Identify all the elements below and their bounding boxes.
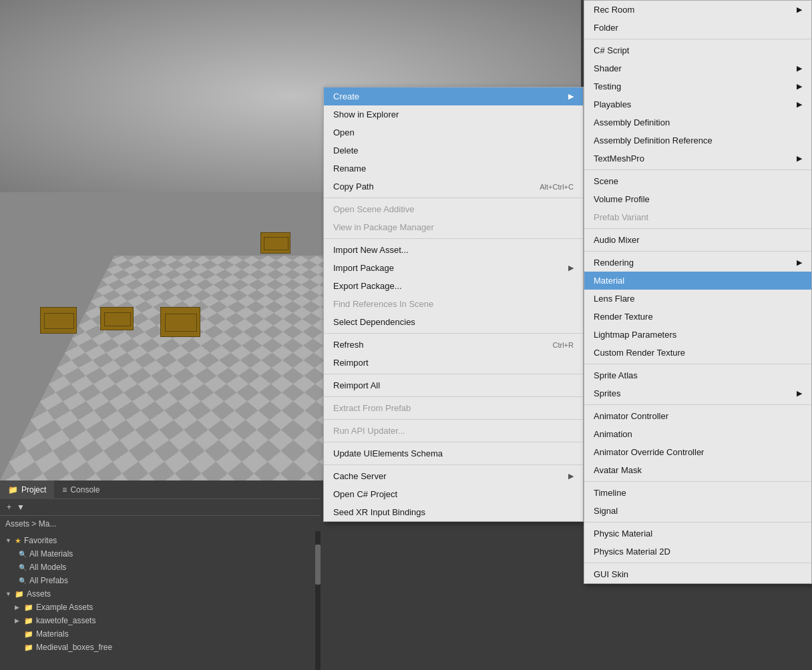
- ctx-cache-server-arrow: ▶: [568, 472, 574, 480]
- right-item-shader[interactable]: Shader ▶: [584, 59, 811, 77]
- right-item-material[interactable]: Material: [584, 272, 811, 290]
- tree-item-materials[interactable]: ▶ 📁 Materials: [0, 627, 315, 641]
- right-item-signal[interactable]: Signal: [584, 502, 811, 520]
- ctx-item-show-explorer[interactable]: Show in Explorer: [324, 105, 583, 123]
- right-item-custom-render-texture[interactable]: Custom Render Texture: [584, 344, 811, 362]
- ctx-view-package-label: View in Package Manager: [333, 222, 434, 232]
- right-separator-9: [584, 563, 811, 563]
- right-assembly-def-label: Assembly Definition: [594, 117, 670, 127]
- crate-object: [160, 307, 200, 337]
- ctx-item-reimport[interactable]: Reimport: [324, 354, 583, 372]
- right-timeline-label: Timeline: [594, 488, 626, 498]
- right-lightmap-params-label: Lightmap Parameters: [594, 330, 676, 340]
- right-item-animator-override[interactable]: Animator Override Controller: [584, 443, 811, 461]
- ctx-item-import-package[interactable]: Import Package ▶: [324, 259, 583, 277]
- right-item-assembly-def[interactable]: Assembly Definition: [584, 113, 811, 131]
- right-item-sprite-atlas[interactable]: Sprite Atlas: [584, 366, 811, 384]
- right-avatar-mask-label: Avatar Mask: [594, 465, 642, 475]
- right-item-lens-flare[interactable]: Lens Flare: [584, 290, 811, 308]
- ctx-item-open[interactable]: Open: [324, 123, 583, 141]
- ctx-item-select-deps[interactable]: Select Dependencies: [324, 313, 583, 331]
- ctx-extract-prefab-label: Extract From Prefab: [333, 403, 411, 413]
- tree-item-all-models[interactable]: 🔍 All Models: [0, 561, 315, 574]
- ctx-item-delete[interactable]: Delete: [324, 141, 583, 159]
- search-icon: 🔍: [19, 551, 27, 558]
- right-item-testing[interactable]: Testing ▶: [584, 77, 811, 95]
- right-playables-label: Playables: [594, 99, 631, 109]
- ctx-open-scene-label: Open Scene Additive: [333, 204, 414, 214]
- right-signal-label: Signal: [594, 506, 618, 516]
- right-item-gui-skin[interactable]: GUI Skin: [584, 565, 811, 583]
- right-separator-3: [584, 228, 811, 229]
- search-icon: 🔍: [19, 564, 27, 571]
- ctx-run-api-label: Run API Updater...: [333, 426, 405, 436]
- favorites-group[interactable]: ▼ ★ Favorites: [0, 534, 315, 547]
- right-rendering-label: Rendering: [594, 258, 634, 268]
- tab-project[interactable]: 📁 Project: [0, 480, 54, 499]
- tab-console[interactable]: ≡ Console: [54, 480, 108, 499]
- right-item-assembly-def-ref[interactable]: Assembly Definition Reference: [584, 131, 811, 149]
- right-item-avatar-mask[interactable]: Avatar Mask: [584, 461, 811, 479]
- assets-arrow: ▼: [5, 591, 13, 597]
- ctx-item-export-package[interactable]: Export Package...: [324, 277, 583, 295]
- right-item-physics-material-2d[interactable]: Physics Material 2D: [584, 543, 811, 561]
- right-item-timeline[interactable]: Timeline: [584, 484, 811, 502]
- ctx-item-refresh[interactable]: Refresh Ctrl+R: [324, 336, 583, 354]
- right-item-sprites[interactable]: Sprites ▶: [584, 384, 811, 402]
- tree-item-all-materials[interactable]: 🔍 All Materials: [0, 547, 315, 561]
- tree-item-kawetofe[interactable]: ▶ 📁 kawetofe_assets: [0, 614, 315, 627]
- right-textmeshpro-arrow: ▶: [797, 154, 802, 163]
- tree-item-example-assets[interactable]: ▶ 📁 Example Assets: [0, 601, 315, 614]
- favorites-label: Favorites: [24, 536, 57, 545]
- right-shader-arrow: ▶: [797, 64, 802, 73]
- right-material-label: Material: [594, 276, 624, 286]
- ctx-reimport-label: Reimport: [333, 358, 369, 368]
- right-item-rec-room[interactable]: Rec Room ▶: [584, 1, 811, 19]
- ctx-item-copy-path[interactable]: Copy Path Alt+Ctrl+C: [324, 178, 583, 196]
- ctx-item-rename[interactable]: Rename: [324, 159, 583, 178]
- tree-scrollbar[interactable]: [315, 531, 321, 670]
- ctx-item-seed-xr[interactable]: Seed XR Input Bindings: [324, 503, 583, 521]
- right-item-csharp-script[interactable]: C# Script: [584, 41, 811, 59]
- right-item-audio-mixer[interactable]: Audio Mixer: [584, 231, 811, 249]
- panel-content: ▼ ★ Favorites 🔍 All Materials 🔍 All Mode…: [0, 531, 321, 670]
- ctx-item-extract-prefab: Extract From Prefab: [324, 399, 583, 417]
- right-item-playables[interactable]: Playables ▶: [584, 95, 811, 113]
- right-separator-7: [584, 481, 811, 482]
- ctx-item-cache-server[interactable]: Cache Server ▶: [324, 467, 583, 485]
- ctx-separator-8: [324, 464, 583, 465]
- right-item-volume-profile[interactable]: Volume Profile: [584, 190, 811, 208]
- materials-folder-icon: 📁: [24, 630, 33, 639]
- dropdown-button[interactable]: ▼: [14, 501, 27, 513]
- right-item-scene[interactable]: Scene: [584, 172, 811, 190]
- right-item-rendering[interactable]: Rendering ▶: [584, 254, 811, 272]
- right-item-physic-material[interactable]: Physic Material: [584, 525, 811, 543]
- panel-tabs: 📁 Project ≡ Console: [0, 480, 321, 499]
- right-item-animation[interactable]: Animation: [584, 425, 811, 443]
- ctx-item-import-new[interactable]: Import New Asset...: [324, 241, 583, 259]
- right-separator-2: [584, 170, 811, 170]
- right-shader-label: Shader: [594, 63, 622, 73]
- right-item-render-texture[interactable]: Render Texture: [584, 308, 811, 326]
- assets-group[interactable]: ▼ 📁 Assets: [0, 587, 315, 601]
- right-sprites-arrow: ▶: [797, 389, 802, 398]
- right-item-textmeshpro[interactable]: TextMeshPro ▶: [584, 149, 811, 168]
- ctx-item-update-ui[interactable]: Update UIElements Schema: [324, 444, 583, 462]
- search-icon: 🔍: [19, 577, 27, 585]
- right-item-animator-controller[interactable]: Animator Controller: [584, 407, 811, 425]
- tree-item-all-prefabs[interactable]: 🔍 All Prefabs: [0, 574, 315, 587]
- right-item-folder[interactable]: Folder: [584, 19, 811, 37]
- bottom-panel: 📁 Project ≡ Console + ▼ Assets > Ma... ▼…: [0, 480, 321, 670]
- ctx-item-create[interactable]: Create ▶: [324, 87, 583, 105]
- ctx-separator-5: [324, 396, 583, 397]
- ctx-import-package-arrow: ▶: [568, 264, 574, 272]
- tree-item-medieval[interactable]: ▶ 📁 Medieval_boxes_free: [0, 641, 315, 654]
- ctx-item-reimport-all[interactable]: Reimport All: [324, 376, 583, 394]
- console-icon: ≡: [62, 485, 67, 494]
- add-button[interactable]: +: [4, 501, 14, 513]
- scrollbar-thumb[interactable]: [315, 545, 321, 585]
- file-tree[interactable]: ▼ ★ Favorites 🔍 All Materials 🔍 All Mode…: [0, 531, 315, 670]
- right-separator-5: [584, 364, 811, 364]
- ctx-item-open-csharp[interactable]: Open C# Project: [324, 485, 583, 503]
- right-item-lightmap-params[interactable]: Lightmap Parameters: [584, 326, 811, 344]
